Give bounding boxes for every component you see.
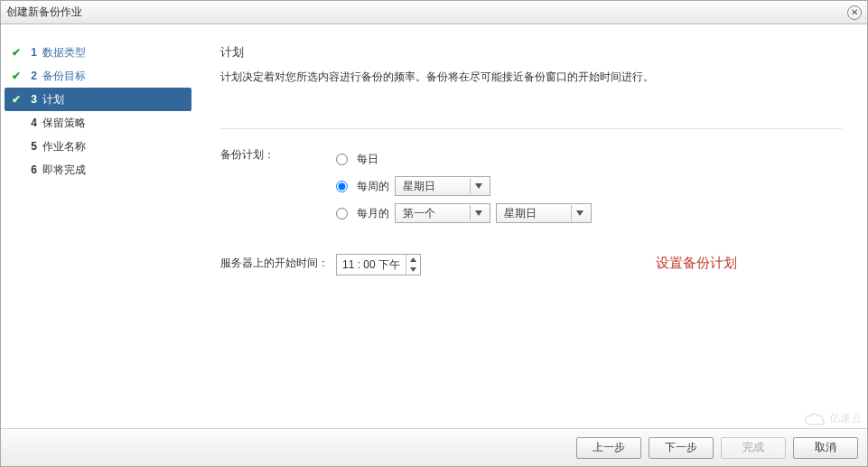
spinner-down-icon[interactable] bbox=[406, 265, 420, 275]
step-data-type[interactable]: ✔ 1 数据类型 bbox=[1, 41, 195, 64]
radio-weekly[interactable] bbox=[336, 181, 348, 192]
radio-monthly[interactable] bbox=[336, 208, 348, 219]
divider bbox=[220, 128, 842, 129]
start-time-input[interactable]: 11 : 00 下午 bbox=[336, 254, 421, 276]
chevron-down-icon bbox=[470, 205, 486, 221]
titlebar: 创建新备份作业 ✕ bbox=[1, 1, 867, 24]
dialog-create-backup-job: 创建新备份作业 ✕ ✔ 1 数据类型 ✔ 2 备份目标 ✔ 3 计划 ✔ 4 bbox=[0, 0, 868, 467]
step-label: 计划 bbox=[42, 92, 64, 107]
radio-weekly-line: 每周的 星期日 bbox=[336, 173, 842, 200]
radio-weekly-label: 每周的 bbox=[357, 179, 389, 194]
close-icon[interactable]: ✕ bbox=[847, 5, 862, 20]
cancel-button[interactable]: 取消 bbox=[793, 437, 858, 459]
monthly-day-value: 星期日 bbox=[504, 206, 565, 221]
spinner-up-icon[interactable] bbox=[406, 255, 420, 265]
start-time-content: 11 : 00 下午 bbox=[336, 254, 842, 276]
dialog-footer: 上一步 下一步 完成 取消 bbox=[1, 428, 867, 466]
chevron-down-icon bbox=[571, 205, 587, 221]
start-time-value: 11 : 00 下午 bbox=[337, 257, 406, 273]
step-number: 5 bbox=[23, 140, 37, 153]
step-label: 作业名称 bbox=[42, 139, 86, 154]
next-button[interactable]: 下一步 bbox=[649, 437, 714, 459]
wizard-sidebar: ✔ 1 数据类型 ✔ 2 备份目标 ✔ 3 计划 ✔ 4 保留策略 ✔ 5 bbox=[1, 24, 195, 428]
step-label: 即将完成 bbox=[42, 163, 86, 178]
step-backup-target[interactable]: ✔ 2 备份目标 bbox=[1, 64, 195, 88]
finish-button: 完成 bbox=[721, 437, 786, 459]
time-spinner bbox=[406, 255, 420, 275]
check-icon: ✔ bbox=[10, 70, 23, 82]
check-icon: ✔ bbox=[10, 93, 23, 106]
back-button[interactable]: 上一步 bbox=[576, 437, 641, 459]
check-icon: ✔ bbox=[10, 46, 23, 59]
chevron-down-icon bbox=[470, 178, 486, 194]
annotation-text: 设置备份计划 bbox=[656, 255, 737, 272]
step-retention[interactable]: ✔ 4 保留策略 bbox=[1, 111, 195, 135]
step-number: 3 bbox=[23, 93, 37, 106]
step-number: 1 bbox=[23, 46, 37, 59]
radio-daily[interactable] bbox=[336, 154, 348, 165]
start-time-row: 服务器上的开始时间： 11 : 00 下午 bbox=[220, 254, 842, 276]
step-label: 备份目标 bbox=[42, 69, 86, 84]
monthly-ordinal-select[interactable]: 第一个 bbox=[395, 203, 490, 223]
step-label: 保留策略 bbox=[42, 116, 86, 131]
start-time-label: 服务器上的开始时间： bbox=[220, 254, 336, 271]
step-about-to-finish[interactable]: ✔ 6 即将完成 bbox=[1, 158, 195, 182]
step-label: 数据类型 bbox=[42, 45, 86, 61]
schedule-label: 备份计划： bbox=[220, 145, 336, 163]
weekly-day-select[interactable]: 星期日 bbox=[395, 176, 490, 196]
radio-monthly-label: 每月的 bbox=[357, 206, 389, 221]
window-title: 创建新备份作业 bbox=[6, 5, 82, 20]
step-job-name[interactable]: ✔ 5 作业名称 bbox=[1, 135, 195, 158]
schedule-options: 每日 每周的 星期日 每月的 第一个 bbox=[336, 145, 842, 227]
monthly-day-select[interactable]: 星期日 bbox=[496, 203, 592, 223]
main-panel: 计划 计划决定着对您所选内容进行备份的频率。备份将在尽可能接近备份窗口的开始时间… bbox=[195, 24, 867, 428]
step-schedule[interactable]: ✔ 3 计划 bbox=[5, 88, 191, 111]
page-description: 计划决定着对您所选内容进行备份的频率。备份将在尽可能接近备份窗口的开始时间进行。 bbox=[220, 70, 842, 85]
page-heading: 计划 bbox=[220, 44, 842, 61]
radio-monthly-line: 每月的 第一个 星期日 bbox=[336, 200, 842, 227]
step-number: 4 bbox=[23, 117, 37, 129]
radio-daily-label: 每日 bbox=[357, 152, 378, 167]
weekly-day-value: 星期日 bbox=[403, 179, 464, 194]
monthly-ordinal-value: 第一个 bbox=[403, 206, 464, 221]
step-number: 6 bbox=[23, 163, 37, 176]
dialog-body: ✔ 1 数据类型 ✔ 2 备份目标 ✔ 3 计划 ✔ 4 保留策略 ✔ 5 bbox=[1, 24, 867, 428]
schedule-row: 备份计划： 每日 每周的 星期日 bbox=[220, 145, 842, 227]
step-number: 2 bbox=[23, 70, 37, 82]
radio-daily-line: 每日 bbox=[336, 145, 842, 173]
